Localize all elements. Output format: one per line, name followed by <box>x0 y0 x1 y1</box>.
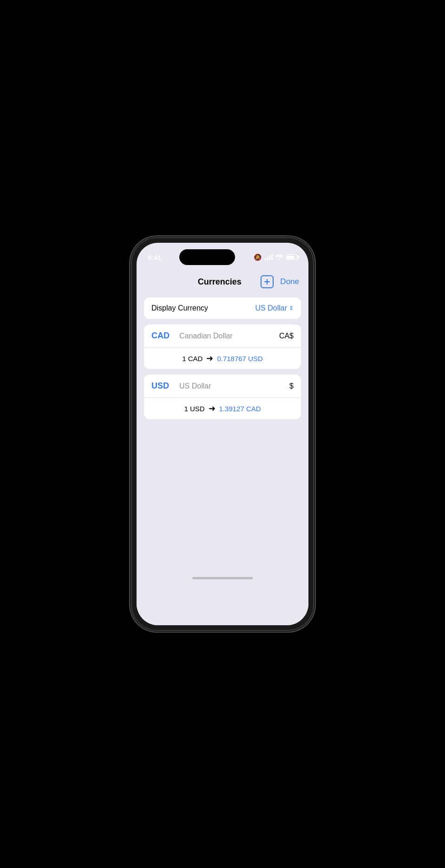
cad-name: Canadian Dollar <box>179 332 279 340</box>
screen-content: Currencies Done Display Currency US Doll… <box>137 268 308 625</box>
done-button[interactable]: Done <box>280 277 299 286</box>
usd-rate-row: 1 USD ➜ 1.39127 CAD <box>144 398 301 419</box>
usd-rate-from: 1 USD <box>184 405 204 413</box>
plus-icon <box>264 279 270 285</box>
cad-currency-card: CAD Canadian Dollar CA$ 1 CAD ➜ 0.718767… <box>144 324 301 369</box>
add-currency-button[interactable] <box>261 275 274 288</box>
phone-screen: 9:41 🔕 <box>137 243 308 625</box>
status-time: 9:41 <box>148 253 161 261</box>
nav-bar: Currencies Done <box>137 268 308 292</box>
cad-rate-row: 1 CAD ➜ 0.718767 USD <box>144 348 301 369</box>
usd-name: US Dollar <box>179 382 289 390</box>
cad-symbol: CA$ <box>279 332 294 340</box>
page-title: Currencies <box>178 277 261 287</box>
usd-currency-card: USD US Dollar $ 1 USD ➜ 1.39127 CAD <box>144 375 301 419</box>
display-currency-value: US Dollar <box>255 304 287 312</box>
battery-icon <box>286 254 297 260</box>
display-currency-label: Display Currency <box>151 304 208 312</box>
cad-code: CAD <box>151 331 179 341</box>
wifi-icon <box>275 254 283 260</box>
signal-bars-icon <box>264 254 273 260</box>
nav-actions: Done <box>261 275 299 288</box>
phone-frame: 9:41 🔕 <box>132 238 313 630</box>
usd-code: USD <box>151 381 179 391</box>
cad-arrow-icon: ➜ <box>206 353 213 363</box>
usd-main-row: USD US Dollar $ <box>144 375 301 398</box>
home-bar <box>192 577 253 579</box>
dynamic-island <box>179 249 235 265</box>
usd-rate-value: 1.39127 CAD <box>219 405 261 413</box>
cad-rate-from: 1 CAD <box>182 355 203 363</box>
chevron-updown-icon: ⇕ <box>289 305 294 311</box>
empty-space <box>137 425 308 573</box>
usd-symbol: $ <box>289 382 294 390</box>
usd-arrow-icon: ➜ <box>209 403 216 414</box>
status-bar: 9:41 🔕 <box>137 243 308 268</box>
status-icons: 🔕 <box>254 253 297 261</box>
home-indicator <box>137 573 308 582</box>
notification-icon: 🔕 <box>254 253 262 261</box>
cad-main-row: CAD Canadian Dollar CA$ <box>144 324 301 348</box>
display-currency-selector[interactable]: US Dollar ⇕ <box>255 304 294 312</box>
cad-rate-value: 0.718767 USD <box>217 355 262 363</box>
display-currency-card[interactable]: Display Currency US Dollar ⇕ <box>144 298 301 319</box>
